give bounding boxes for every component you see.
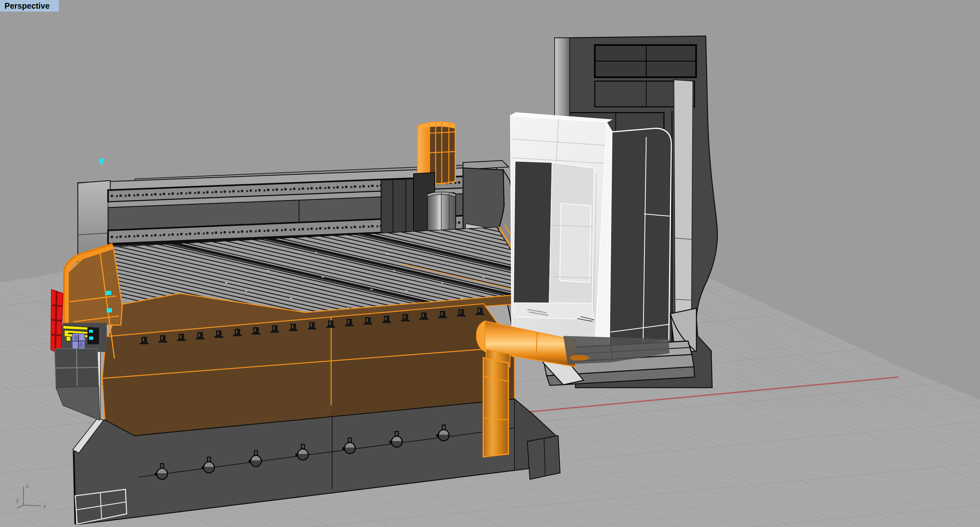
svg-text:z: z [26, 482, 29, 489]
svg-text:y: y [16, 497, 19, 503]
svg-text:Perspective: Perspective [5, 1, 49, 10]
svg-text:x: x [43, 503, 46, 509]
